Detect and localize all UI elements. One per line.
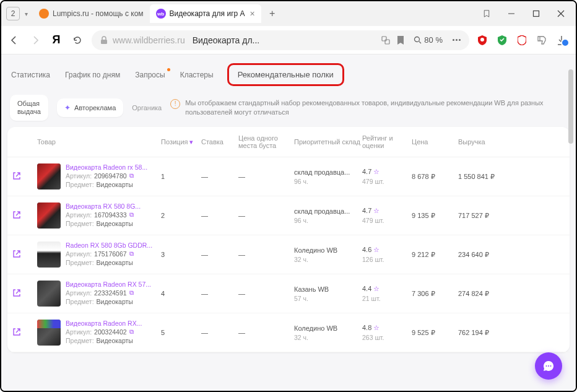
- external-link-icon[interactable]: [12, 211, 37, 220]
- cell-rating: 4.7☆479 шт.: [362, 168, 412, 185]
- scrollbar[interactable]: [568, 69, 575, 385]
- product-thumb[interactable]: [37, 242, 61, 268]
- product-sku: Артикул: 209694780 ⧉: [66, 172, 147, 180]
- products-table: Товар Позиция▾ Ставка Цена одного места …: [7, 127, 570, 352]
- product-name[interactable]: Видеокарта Radeon RX...: [66, 320, 142, 327]
- table-row: Видеокарта Radeon RX... Артикул: 2003244…: [7, 313, 570, 352]
- tab-dropdown[interactable]: ▾: [25, 11, 28, 17]
- cell-position: 2: [161, 212, 201, 219]
- zoom-control[interactable]: 80 %: [381, 35, 443, 45]
- cell-revenue: 234 640 ₽: [458, 251, 514, 259]
- new-tab-button[interactable]: +: [265, 6, 280, 21]
- bookmark-icon[interactable]: [474, 4, 499, 23]
- copy-icon[interactable]: ⧉: [129, 289, 134, 297]
- product-thumb[interactable]: [37, 163, 61, 189]
- copy-icon[interactable]: ⧉: [129, 211, 134, 219]
- info-banner: ! Мы отображаем стандартный набор рекоме…: [170, 98, 567, 118]
- favicon-lumpics: [39, 9, 49, 19]
- table-row: Видеокарта Radeon RX 57... Артикул: 2233…: [7, 274, 570, 313]
- cell-boost: —: [238, 173, 294, 180]
- th-priority[interactable]: Приоритетный склад: [294, 138, 362, 146]
- back-button[interactable]: [7, 33, 21, 47]
- copy-icon[interactable]: ⧉: [129, 328, 134, 336]
- subtab-recs[interactable]: Рекомендательные полки: [227, 63, 344, 86]
- window-minimize[interactable]: [499, 4, 524, 23]
- product-name[interactable]: Видеокарта Radeon RX 57...: [66, 281, 151, 288]
- cell-rating: 4.8☆263 шт.: [362, 324, 412, 341]
- cell-warehouse: Коледино WB32 ч.: [294, 246, 362, 263]
- chat-fab[interactable]: [535, 352, 562, 380]
- svg-rect-1: [534, 11, 539, 17]
- subtab-stats[interactable]: Статистика: [10, 68, 51, 82]
- zoom-lens-icon: [414, 36, 422, 44]
- page-content: Статистика График по дням Запросы Класте…: [1, 54, 576, 391]
- copy-icon[interactable]: ⧉: [129, 250, 134, 258]
- svg-rect-5: [382, 37, 386, 41]
- cell-revenue: 762 194 ₽: [458, 329, 514, 337]
- subtab-daily[interactable]: График по дням: [64, 68, 121, 82]
- filter-all[interactable]: Общая выдача: [10, 95, 48, 121]
- bookmark-icon: [397, 36, 404, 45]
- url-host: www.wildberries.ru: [113, 35, 185, 45]
- tab-wildberries[interactable]: wb Видеокарта для игр А ×: [150, 4, 261, 23]
- cell-rating: 4.4☆21 шт.: [362, 285, 412, 302]
- external-link-icon[interactable]: [12, 172, 37, 181]
- th-revenue[interactable]: Выручка: [458, 138, 514, 146]
- product-cell: Видеокарта Radeon RX... Артикул: 2003244…: [37, 320, 161, 346]
- close-icon[interactable]: ×: [250, 9, 255, 19]
- subtab-clusters[interactable]: Кластеры: [179, 68, 215, 82]
- reload-button[interactable]: [71, 33, 84, 47]
- product-name[interactable]: Видеокарта Radeon rx 58...: [66, 163, 147, 171]
- scrollbar-thumb[interactable]: [568, 69, 573, 144]
- th-price[interactable]: Цена: [412, 138, 458, 146]
- cell-position: 3: [161, 251, 201, 258]
- adguard-icon[interactable]: [497, 35, 508, 46]
- star-icon: ☆: [373, 207, 380, 214]
- window-close[interactable]: [549, 4, 573, 23]
- forward-button[interactable]: [28, 33, 42, 47]
- copy-icon[interactable]: ⧉: [129, 172, 134, 180]
- product-subject: Предмет: Видеокарты: [66, 181, 147, 188]
- downloads-icon[interactable]: [556, 35, 567, 46]
- cell-boost: —: [238, 212, 294, 219]
- external-link-icon[interactable]: [12, 250, 37, 259]
- cell-price: 9 135 ₽: [412, 212, 458, 220]
- cell-rate: —: [201, 290, 238, 297]
- thumbs-down-icon[interactable]: [536, 35, 547, 46]
- window-maximize[interactable]: [524, 4, 549, 23]
- th-position[interactable]: Позиция▾: [161, 138, 201, 146]
- th-rating[interactable]: Рейтинг и оценки: [362, 134, 412, 149]
- url-box[interactable]: www.wildberries.ru Видеокарта дл... 80 %: [92, 30, 469, 50]
- product-sku: Артикул: 200324402 ⧉: [66, 328, 142, 336]
- cell-price: 9 525 ₽: [412, 329, 458, 337]
- cell-price: 9 212 ₽: [412, 251, 458, 259]
- subtab-queries[interactable]: Запросы: [134, 68, 166, 82]
- tab-lumpics[interactable]: Lumpics.ru - помощь с ком: [33, 4, 150, 23]
- th-product[interactable]: Товар: [37, 138, 161, 146]
- external-link-icon[interactable]: [12, 289, 37, 298]
- th-rate[interactable]: Ставка: [201, 138, 238, 146]
- product-cell: Видеокарта Radeon RX 57... Артикул: 2233…: [37, 281, 161, 307]
- product-thumb[interactable]: [37, 281, 61, 307]
- product-subject: Предмет: Видеокарты: [66, 337, 142, 344]
- shield-icon[interactable]: [516, 35, 527, 46]
- product-cell: Видеокарта Radeon rx 58... Артикул: 2096…: [37, 163, 161, 189]
- filter-auto[interactable]: ✦Автореклама: [57, 98, 123, 117]
- filter-organic[interactable]: Органика: [132, 104, 162, 111]
- chat-icon: [542, 360, 555, 372]
- ublock-icon[interactable]: [477, 35, 488, 46]
- extensions: [477, 35, 570, 46]
- product-name[interactable]: Видеокарта RX 580 8G...: [66, 203, 141, 210]
- url-menu[interactable]: [453, 39, 461, 41]
- th-boost[interactable]: Цена одного места буста: [238, 134, 294, 149]
- yandex-home[interactable]: Я: [50, 33, 63, 47]
- product-thumb[interactable]: [37, 203, 61, 229]
- tab-counter[interactable]: 2: [6, 7, 20, 20]
- cell-position: 5: [161, 329, 201, 336]
- external-link-icon[interactable]: [12, 328, 37, 338]
- cell-revenue: 274 824 ₽: [458, 290, 514, 298]
- product-name[interactable]: Radeon RX 580 8Gb GDDR...: [66, 242, 152, 249]
- cell-warehouse: склад продавца...96 ч.: [294, 168, 362, 185]
- svg-point-12: [550, 365, 552, 367]
- product-thumb[interactable]: [37, 320, 61, 346]
